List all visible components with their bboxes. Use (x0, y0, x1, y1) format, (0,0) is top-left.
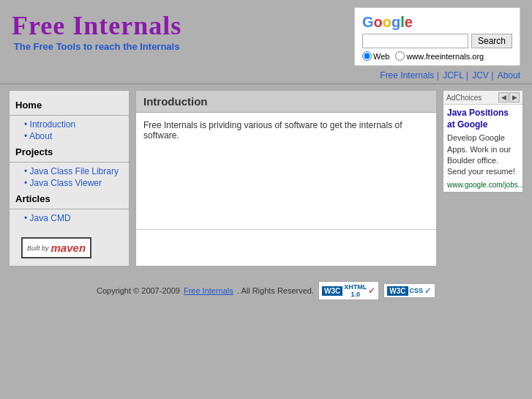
content-body: Free Internals is prividing various of s… (136, 113, 436, 230)
sidebar: Home Introduction About Projects Java Cl… (9, 90, 130, 266)
maven-badge: Built by maven (21, 237, 91, 258)
nav-about[interactable]: About (498, 70, 520, 81)
ad-prev-arrow[interactable]: ◀ (498, 92, 509, 102)
ad-nav-arrows: ◀ ▶ (498, 92, 520, 102)
content-header: Introduction (136, 91, 436, 113)
google-radio-options: Web www.freeinternals.org (362, 51, 512, 61)
google-logo: Google (362, 14, 512, 31)
footer: Copyright © 2007-2009 Free Internals . A… (0, 272, 532, 312)
google-search-button[interactable]: Search (471, 34, 512, 48)
sidebar-item-about[interactable]: About (10, 130, 129, 142)
sidebar-section-articles: Articles (10, 189, 129, 206)
nav-jcfl[interactable]: JCFL (443, 70, 463, 81)
sidebar-item-introduction[interactable]: Introduction (10, 119, 129, 130)
sidebar-section-home: Home (10, 95, 129, 112)
w3c-xhtml-badge[interactable]: W3C XHTML1.0 ✓ (318, 281, 379, 300)
google-search-input[interactable] (362, 34, 468, 48)
nav-free-internals[interactable]: Free Internals (380, 70, 434, 81)
ad-url[interactable]: www.google.com/jobs... (447, 181, 519, 189)
sidebar-item-jcv[interactable]: Java Class Viewer (10, 177, 129, 189)
ad-header: AdChoices ◀ ▶ (443, 91, 522, 105)
ad-title[interactable]: Java Positions at Google (447, 108, 519, 130)
site-title: Free Internals (12, 10, 181, 41)
sidebar-item-javacmd[interactable]: Java CMD (10, 212, 129, 224)
google-radio-web[interactable]: Web (362, 51, 389, 61)
site-title-block: Free Internals The Free Tools to reach t… (12, 7, 181, 52)
google-search-box: Google Search Web www.freeinternals.org (354, 7, 520, 66)
ad-column: AdChoices ◀ ▶ Java Positions at Google D… (443, 90, 523, 266)
nav-jcv[interactable]: JCV (472, 70, 489, 81)
ad-next-arrow[interactable]: ▶ (509, 92, 520, 102)
footer-copyright: Copyright © 2007-2009 Free Internals . A… (97, 281, 435, 300)
ad-content: Java Positions at Google Develop Google … (443, 105, 522, 192)
copyright-text: Copyright © 2007-2009 Free Internals . A… (97, 286, 314, 295)
sidebar-section-projects: Projects (10, 142, 129, 159)
site-subtitle: The Free Tools to reach the Internals (12, 41, 181, 52)
footer-site-link[interactable]: Free Internals (184, 286, 233, 295)
ad-choices-label: AdChoices (446, 94, 482, 102)
content-area: Introduction Free Internals is prividing… (135, 90, 437, 266)
google-radio-site[interactable]: www.freeinternals.org (395, 51, 484, 61)
ad-box: AdChoices ◀ ▶ Java Positions at Google D… (443, 90, 523, 193)
w3c-css-badge[interactable]: W3C CSS ✓ (383, 283, 435, 298)
sidebar-item-jcfl[interactable]: Java Class File Library (10, 165, 129, 177)
nav-bar: Free Internals | JCFL | JCV | About (0, 69, 532, 84)
ad-body: Develop Google Apps. Work in our Boulder… (447, 133, 519, 178)
